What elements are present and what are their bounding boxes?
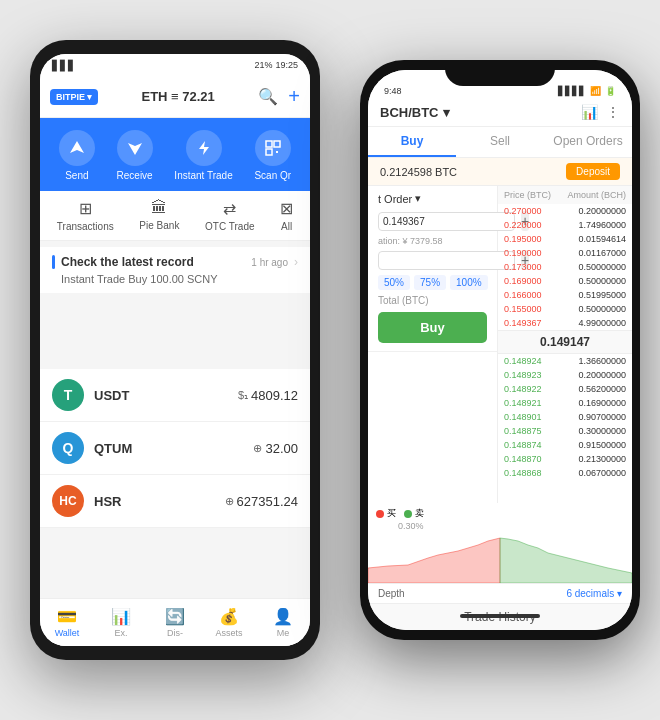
nav-otc-trade[interactable]: ⇄ OTC Trade xyxy=(205,199,254,232)
hsr-value: 627351.24 xyxy=(237,494,298,509)
asset-qtum[interactable]: Q QTUM ⊕ 32.00 xyxy=(40,422,310,475)
ios-wifi: 📶 xyxy=(590,86,601,96)
send-icon xyxy=(59,130,95,166)
depth-label: Depth xyxy=(378,588,405,599)
bottom-nav-dis[interactable]: 🔄 Dis- xyxy=(148,607,202,636)
add-icon[interactable]: + xyxy=(288,85,300,108)
android-status-bar: ▋▋▋ 21% 19:25 xyxy=(40,54,310,76)
deposit-balance: 0.2124598 BTC xyxy=(380,166,457,178)
nav-pie-bank[interactable]: 🏛 Pie Bank xyxy=(139,199,179,232)
header-eth-balance: ETH ≡ 72.21 xyxy=(98,89,258,104)
ask-row: 0.2200001.74960000 xyxy=(498,218,632,232)
bitpie-logo[interactable]: BITPIE ▾ xyxy=(50,89,98,105)
bottom-nav: 💳 Wallet 📊 Ex. 🔄 Dis- 💰 Assets xyxy=(40,598,310,636)
search-icon[interactable]: 🔍 xyxy=(258,87,278,106)
svg-marker-2 xyxy=(199,141,209,155)
bottom-nav-ex[interactable]: 📊 Ex. xyxy=(94,607,148,636)
ios-battery: 🔋 xyxy=(605,86,616,96)
bottom-nav-me[interactable]: 👤 Me xyxy=(256,607,310,636)
bid-row: 0.1489241.36600000 xyxy=(498,354,632,368)
svg-marker-1 xyxy=(128,143,142,155)
amount-row: + xyxy=(378,250,487,270)
price-row: + xyxy=(378,211,487,231)
scan-qr-label: Scan Qr xyxy=(254,170,291,181)
usdt-value: 4809.12 xyxy=(251,388,298,403)
legend-buy-text: 买 xyxy=(387,507,396,520)
order-type-text: t Order xyxy=(378,193,412,205)
dis-icon: 🔄 xyxy=(165,607,185,626)
asset-usdt[interactable]: T USDT $₁ 4809.12 xyxy=(40,369,310,422)
svg-marker-8 xyxy=(500,538,632,583)
assets-label: Assets xyxy=(215,628,242,636)
ob-amount-header: Amount (BCH) xyxy=(567,190,626,200)
legend-sell: 卖 xyxy=(404,507,424,520)
ask-row: 0.1550000.50000000 xyxy=(498,302,632,316)
ios-signal: ▋▋▋▋ xyxy=(558,86,586,96)
usdt-name: USDT xyxy=(94,388,228,403)
depth-row: Depth 6 decimals ▾ xyxy=(368,583,632,603)
bid-row: 0.1488740.91500000 xyxy=(498,438,632,452)
wallet-label: Wallet xyxy=(55,628,80,636)
qtum-value: 32.00 xyxy=(265,441,298,456)
bottom-nav-wallet[interactable]: 💳 Wallet xyxy=(40,607,94,636)
asset-hsr[interactable]: HC HSR ⊕ 627351.24 xyxy=(40,475,310,528)
decimals-select[interactable]: 6 decimals ▾ xyxy=(566,588,622,599)
trading-pair[interactable]: BCH/BTC ▾ xyxy=(380,105,450,120)
pct-50[interactable]: 50% xyxy=(378,275,410,290)
ask-row: 0.1900000.01167000 xyxy=(498,246,632,260)
pct-100[interactable]: 100% xyxy=(450,275,488,290)
bid-row: 0.1489220.56200000 xyxy=(498,382,632,396)
chart-icon[interactable]: 📊 xyxy=(581,104,598,120)
pct-75[interactable]: 75% xyxy=(414,275,446,290)
status-right: 21% 19:25 xyxy=(254,60,298,70)
action-instant-trade[interactable]: Instant Trade xyxy=(174,130,232,181)
usdt-symbol: $₁ xyxy=(238,389,248,402)
transactions-label: Transactions xyxy=(57,221,114,232)
qtum-logo: Q xyxy=(52,432,84,464)
bids-list: 0.1489241.36600000 0.1489230.20000000 0.… xyxy=(498,354,632,480)
qtum-name: QTUM xyxy=(94,441,243,456)
order-type-label[interactable]: t Order ▾ xyxy=(378,192,421,205)
action-scan-qr[interactable]: Scan Qr xyxy=(254,130,291,181)
order-type-arrow: ▾ xyxy=(415,192,421,205)
action-bar: Send Receive Instant Trade xyxy=(40,118,310,191)
notch xyxy=(445,60,555,86)
tab-sell[interactable]: Sell xyxy=(456,127,544,157)
legend-sell-dot xyxy=(404,510,412,518)
empty-area xyxy=(40,293,310,363)
bid-row: 0.1489210.16900000 xyxy=(498,396,632,410)
activity-time: 1 hr ago xyxy=(251,257,288,268)
tab-open-orders[interactable]: Open Orders xyxy=(544,127,632,157)
action-send[interactable]: Send xyxy=(59,130,95,181)
dis-label: Dis- xyxy=(167,628,183,636)
hsr-logo: HC xyxy=(52,485,84,517)
qtum-symbol: ⊕ xyxy=(253,442,262,455)
trading-header-icons: 📊 ⋮ xyxy=(581,104,620,120)
pie-bank-label: Pie Bank xyxy=(139,220,179,231)
otc-trade-label: OTC Trade xyxy=(205,221,254,232)
price-input[interactable] xyxy=(378,212,515,231)
all-label: All xyxy=(281,221,292,232)
order-form-panel: t Order ▾ + ation: ¥ 7379.58 xyxy=(368,186,498,503)
buy-button[interactable]: Buy xyxy=(378,312,487,343)
tab-buy[interactable]: Buy xyxy=(368,127,456,157)
deposit-button[interactable]: Deposit xyxy=(566,163,620,180)
ask-row: 0.1660000.51995000 xyxy=(498,288,632,302)
bottom-nav-assets[interactable]: 💰 Assets xyxy=(202,607,256,636)
activity-desc: Instant Trade Buy 100.00 SCNY xyxy=(52,273,298,285)
svg-rect-5 xyxy=(266,149,272,155)
asset-list: T USDT $₁ 4809.12 Q QTUM ⊕ 32.00 xyxy=(40,369,310,528)
signal-icon: ▋▋▋ xyxy=(52,60,76,71)
ex-icon: 📊 xyxy=(111,607,131,626)
svg-marker-7 xyxy=(368,538,500,583)
ob-price-header: Price (BTC) xyxy=(504,190,551,200)
legend-sell-text: 卖 xyxy=(415,507,424,520)
receive-label: Receive xyxy=(117,170,153,181)
more-icon[interactable]: ⋮ xyxy=(606,104,620,120)
action-receive[interactable]: Receive xyxy=(117,130,153,181)
bid-row: 0.1489010.90700000 xyxy=(498,410,632,424)
nav-all[interactable]: ⊠ All xyxy=(280,199,293,232)
nav-transactions[interactable]: ⊞ Transactions xyxy=(57,199,114,232)
assets-icon: 💰 xyxy=(219,607,239,626)
amount-input[interactable] xyxy=(378,251,515,270)
